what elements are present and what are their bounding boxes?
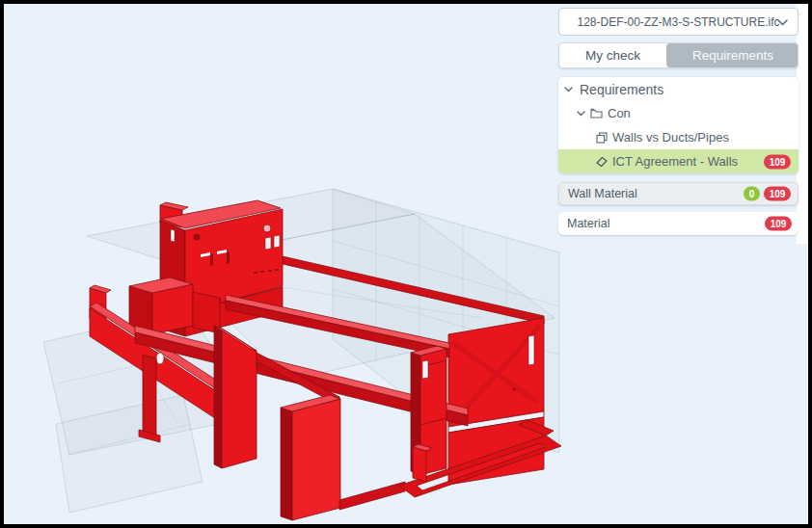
tree-node-requirements[interactable]: Requirements — [558, 77, 798, 101]
tree-node-label: Walls vs Ducts/Pipes — [612, 130, 729, 145]
tab-my-check[interactable]: My check — [559, 43, 666, 67]
app-window: 128-DEF-00-ZZ-M3-S-STRUCTURE.ifc My chec… — [0, 0, 812, 528]
result-badges: 109 — [765, 217, 792, 231]
fail-count-badge: 109 — [764, 187, 791, 201]
result-row-label: Material — [567, 217, 609, 230]
check-tabs: My check Requirements — [558, 42, 798, 68]
issue-count-badge: 109 — [764, 154, 791, 169]
result-row-label: Wall Material — [568, 187, 637, 200]
tree-node-con-folder[interactable]: Con — [558, 101, 798, 125]
tree-node-walls-vs-ducts[interactable]: Walls vs Ducts/Pipes — [558, 125, 798, 149]
tree-node-label: Requirements — [580, 82, 663, 97]
chevron-down-icon — [564, 87, 573, 92]
tree-node-ict-agreement[interactable]: ICT Agreement - Walls 109 — [558, 149, 798, 173]
tree-node-label: Con — [608, 106, 631, 120]
chevron-down-icon — [577, 111, 585, 117]
tree-node-label: ICT Agreement - Walls — [612, 154, 738, 169]
pass-count-badge: 0 — [744, 187, 760, 201]
model-file-selector[interactable]: 128-DEF-00-ZZ-M3-S-STRUCTURE.ifc — [558, 8, 798, 36]
result-row-wall-material[interactable]: Wall Material 0 109 — [558, 182, 798, 205]
model-file-name: 128-DEF-00-ZZ-M3-S-STRUCTURE.ifc — [577, 15, 779, 29]
result-row-material[interactable]: Material 109 — [558, 212, 798, 235]
fail-count-badge: 109 — [765, 217, 792, 231]
result-badges: 0 109 — [744, 187, 791, 201]
layers-icon — [596, 132, 608, 144]
tag-icon — [595, 156, 608, 168]
requirements-tree: Requirements Con Walls vs Ducts/Pipes IC… — [558, 77, 798, 173]
tab-requirements[interactable]: Requirements — [666, 43, 798, 67]
chevron-down-icon — [777, 19, 788, 26]
folder-icon — [590, 108, 603, 119]
